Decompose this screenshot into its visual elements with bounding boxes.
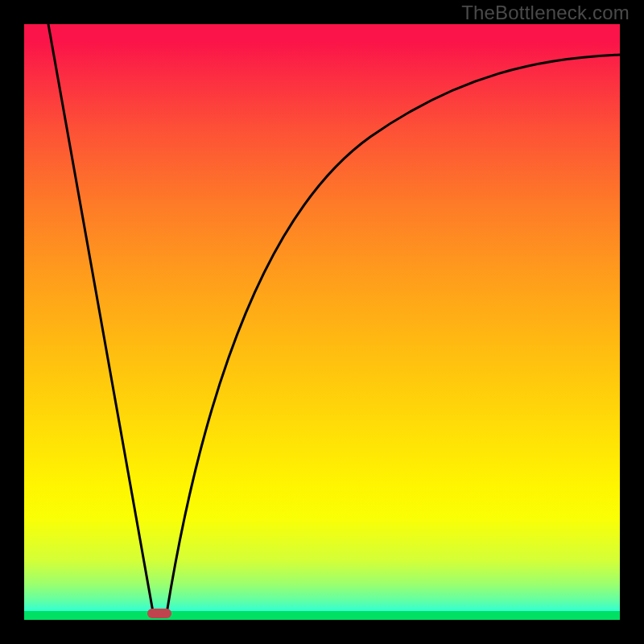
curve-svg (24, 24, 620, 620)
chart-frame: TheBottleneck.com (0, 0, 644, 644)
curve-path (48, 24, 620, 613)
min-point-marker (147, 609, 171, 618)
plot-area (24, 24, 620, 620)
watermark-text: TheBottleneck.com (461, 2, 630, 24)
